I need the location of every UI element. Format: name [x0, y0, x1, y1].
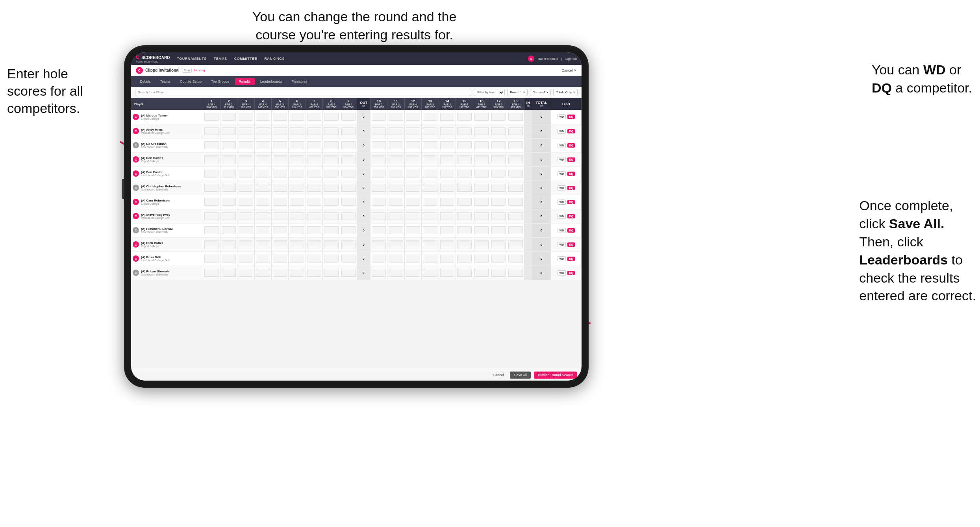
nav-sign-out[interactable]: Sign out [565, 57, 577, 61]
score-input-hole-14[interactable] [440, 255, 454, 263]
score-input-hole-3[interactable] [239, 127, 253, 135]
score-hole-8[interactable] [323, 251, 340, 266]
score-input-hole-16[interactable] [474, 141, 489, 149]
score-hole-3[interactable] [237, 266, 254, 280]
dq-button[interactable]: DQ [567, 228, 575, 233]
score-hole-15[interactable] [456, 166, 473, 181]
score-input-hole-4[interactable] [256, 184, 270, 192]
score-input-hole-1[interactable] [204, 212, 219, 220]
score-hole-16[interactable] [473, 152, 490, 166]
score-hole-6[interactable] [289, 195, 306, 209]
score-input-hole-3[interactable] [239, 240, 253, 248]
score-hole-11[interactable] [387, 181, 404, 195]
score-input-hole-9[interactable] [341, 226, 356, 234]
score-input-hole-13[interactable] [423, 198, 437, 206]
score-input-hole-8[interactable] [324, 127, 338, 135]
score-hole-1[interactable] [203, 138, 220, 152]
score-input-hole-10[interactable] [372, 127, 386, 135]
score-hole-17[interactable] [490, 195, 507, 209]
score-hole-17[interactable] [490, 110, 507, 124]
score-hole-17[interactable] [490, 209, 507, 223]
score-hole-10[interactable] [370, 223, 387, 237]
score-input-hole-13[interactable] [423, 212, 437, 220]
score-hole-5[interactable] [271, 166, 288, 181]
score-hole-1[interactable] [203, 195, 220, 209]
score-input-hole-2[interactable] [222, 212, 236, 220]
score-hole-15[interactable] [456, 266, 473, 280]
wd-button[interactable]: WD [558, 256, 566, 261]
score-hole-4[interactable] [254, 209, 271, 223]
course-selector[interactable]: Course A ▾ [530, 89, 551, 96]
score-hole-7[interactable] [306, 110, 322, 124]
score-input-hole-17[interactable] [491, 212, 506, 220]
score-hole-15[interactable] [456, 251, 473, 266]
score-hole-7[interactable] [306, 138, 322, 152]
score-input-hole-1[interactable] [204, 155, 219, 163]
score-input-hole-18[interactable] [508, 240, 522, 248]
score-hole-11[interactable] [387, 110, 404, 124]
score-hole-14[interactable] [439, 266, 456, 280]
score-hole-4[interactable] [254, 266, 271, 280]
score-hole-2[interactable] [220, 152, 237, 166]
score-input-hole-12[interactable] [406, 184, 420, 192]
score-input-hole-16[interactable] [474, 170, 489, 178]
score-hole-5[interactable] [271, 152, 288, 166]
score-hole-1[interactable] [203, 251, 220, 266]
score-input-hole-1[interactable] [204, 198, 219, 206]
score-hole-10[interactable] [370, 181, 387, 195]
nav-committee[interactable]: COMMITTEE [234, 57, 258, 61]
cancel-button-top[interactable]: Cancel ✕ [561, 68, 577, 72]
score-input-hole-10[interactable] [372, 212, 386, 220]
score-hole-10[interactable] [370, 266, 387, 280]
score-input-hole-17[interactable] [491, 113, 506, 121]
score-hole-13[interactable] [422, 166, 439, 181]
score-input-hole-15[interactable] [457, 198, 471, 206]
score-input-hole-17[interactable] [491, 226, 506, 234]
score-input-hole-9[interactable] [341, 170, 356, 178]
score-hole-4[interactable] [254, 152, 271, 166]
score-hole-18[interactable] [507, 266, 524, 280]
score-hole-13[interactable] [422, 195, 439, 209]
nav-rankings[interactable]: RANKINGS [264, 57, 285, 61]
wd-button[interactable]: WD [558, 200, 566, 205]
wd-button[interactable]: WD [558, 270, 566, 276]
score-hole-5[interactable] [271, 251, 288, 266]
score-input-hole-16[interactable] [474, 198, 489, 206]
wd-button[interactable]: WD [558, 114, 566, 119]
score-input-hole-10[interactable] [372, 155, 386, 163]
score-hole-10[interactable] [370, 138, 387, 152]
score-hole-11[interactable] [387, 251, 404, 266]
score-hole-2[interactable] [220, 110, 237, 124]
score-input-hole-17[interactable] [491, 141, 506, 149]
score-input-hole-8[interactable] [324, 226, 338, 234]
score-hole-7[interactable] [306, 266, 322, 280]
score-hole-15[interactable] [456, 209, 473, 223]
tab-printables[interactable]: Printables [287, 78, 311, 85]
score-hole-9[interactable] [340, 209, 357, 223]
score-input-hole-4[interactable] [256, 212, 270, 220]
wd-button[interactable]: WD [558, 214, 566, 219]
score-input-hole-8[interactable] [324, 155, 338, 163]
score-hole-18[interactable] [507, 110, 524, 124]
score-input-hole-16[interactable] [474, 113, 489, 121]
score-input-hole-4[interactable] [256, 127, 270, 135]
score-hole-1[interactable] [203, 266, 220, 280]
score-input-hole-11[interactable] [389, 255, 403, 263]
score-input-hole-5[interactable] [273, 240, 287, 248]
score-hole-4[interactable] [254, 181, 271, 195]
score-input-hole-7[interactable] [307, 198, 321, 206]
score-hole-9[interactable] [340, 110, 357, 124]
score-input-hole-2[interactable] [222, 226, 236, 234]
score-input-hole-6[interactable] [290, 155, 304, 163]
dq-button[interactable]: DQ [567, 257, 575, 261]
score-hole-3[interactable] [237, 223, 254, 237]
score-hole-4[interactable] [254, 110, 271, 124]
score-input-hole-13[interactable] [423, 113, 437, 121]
score-input-hole-7[interactable] [307, 127, 321, 135]
score-input-hole-1[interactable] [204, 269, 219, 277]
score-input-hole-12[interactable] [406, 170, 420, 178]
score-input-hole-2[interactable] [222, 198, 236, 206]
score-hole-7[interactable] [306, 181, 322, 195]
score-input-hole-9[interactable] [341, 155, 356, 163]
score-hole-11[interactable] [387, 237, 404, 251]
